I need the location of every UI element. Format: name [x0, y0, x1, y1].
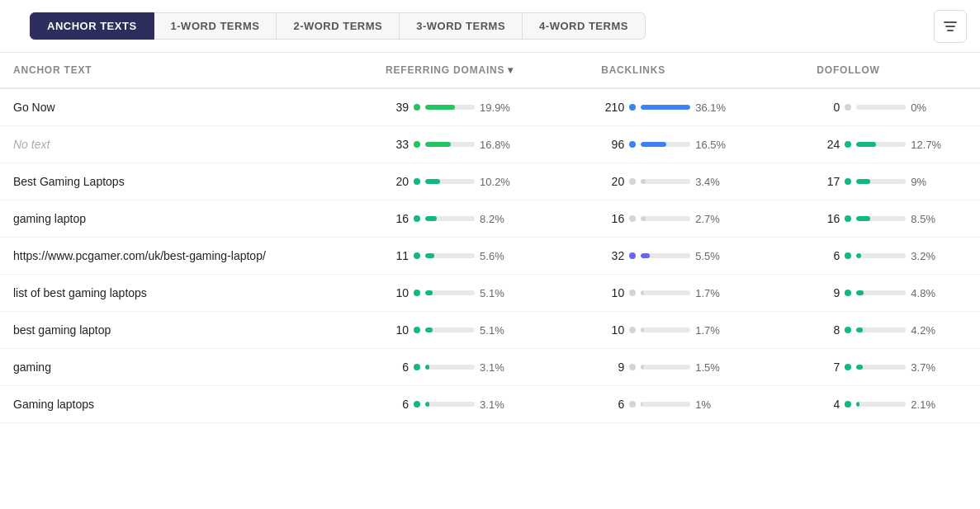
bar-fill — [856, 402, 859, 407]
bar-fill — [641, 179, 645, 184]
metric-number: 7 — [817, 361, 840, 374]
pct-label: 2.7% — [695, 213, 727, 225]
table-container: ANCHOR TEXTREFERRING DOMAINS▾BACKLINKSDO… — [0, 53, 980, 423]
metric-number: 20 — [601, 175, 624, 188]
bar-container — [856, 105, 906, 110]
metric-number: 39 — [386, 101, 409, 114]
col-header-referring[interactable]: REFERRING DOMAINS▾ — [372, 53, 588, 88]
metric-number: 0 — [817, 101, 840, 114]
pct-label: 10.2% — [480, 176, 511, 188]
pct-label: 3.7% — [911, 361, 942, 374]
bar-container — [425, 402, 475, 407]
metric-cell: 168.2% — [372, 200, 588, 238]
bar-container — [856, 216, 906, 221]
pct-label: 0% — [911, 101, 942, 114]
metric-cell: 3316.8% — [372, 126, 588, 163]
table-row: Best Gaming Laptops2010.2%203.4%179% — [0, 163, 980, 200]
bar-dot — [414, 290, 420, 296]
bar-fill — [641, 402, 642, 407]
bar-dot — [845, 364, 851, 370]
metric-cell: 63.1% — [372, 386, 588, 423]
bar-dot — [845, 252, 851, 259]
bar-container — [425, 365, 475, 370]
anchor-text-cell: gaming — [0, 349, 372, 386]
bar-container — [856, 179, 906, 184]
bar-dot — [845, 290, 851, 296]
bar-fill — [641, 365, 644, 370]
bar-container — [641, 253, 690, 258]
table-body: Go Now3919.9%21036.1%00%No text3316.8%96… — [0, 88, 980, 423]
bar-dot — [414, 252, 420, 259]
pct-label: 3.1% — [480, 398, 511, 411]
metric-cell: 00% — [803, 88, 980, 126]
anchor-texts-table: ANCHOR TEXTREFERRING DOMAINS▾BACKLINKSDO… — [0, 53, 980, 423]
filter-button[interactable] — [934, 10, 967, 43]
bar-fill — [425, 105, 455, 110]
bar-container — [425, 142, 475, 147]
bar-fill — [425, 253, 434, 258]
metric-number: 6 — [386, 398, 409, 411]
pct-label: 8.5% — [911, 213, 942, 225]
bar-fill — [425, 216, 437, 221]
anchor-text-cell: Go Now — [0, 88, 372, 126]
pct-label: 2.1% — [911, 398, 942, 411]
table-row: gaming laptop168.2%162.7%168.5% — [0, 200, 980, 238]
metric-number: 10 — [601, 286, 624, 299]
bar-container — [641, 216, 690, 221]
bar-dot — [629, 104, 636, 111]
tab-4-word[interactable]: 4-WORD TERMS — [523, 12, 646, 40]
bar-dot — [845, 327, 851, 333]
bar-dot — [414, 401, 420, 408]
bar-fill — [641, 142, 666, 147]
bar-fill — [425, 402, 429, 407]
pct-label: 3.2% — [911, 250, 942, 262]
table-header: ANCHOR TEXTREFERRING DOMAINS▾BACKLINKSDO… — [0, 53, 980, 88]
table-row: No text3316.8%9616.5%2412.7% — [0, 126, 980, 163]
pct-label: 8.2% — [480, 213, 511, 225]
bar-fill — [641, 105, 690, 110]
pct-label: 12.7% — [911, 139, 942, 151]
bar-container — [856, 290, 906, 295]
metric-number: 16 — [601, 212, 624, 225]
metric-cell: 168.5% — [803, 200, 980, 238]
metric-cell: 115.6% — [372, 238, 588, 275]
metric-cell: 63.1% — [372, 349, 588, 386]
pct-label: 3.1% — [480, 361, 511, 374]
table-row: Gaming laptops63.1%61%42.1% — [0, 386, 980, 423]
metric-cell: 42.1% — [803, 386, 980, 423]
bar-container — [641, 290, 690, 295]
bar-container — [641, 402, 690, 407]
anchor-text-cell: Best Gaming Laptops — [0, 163, 372, 200]
metric-cell: 91.5% — [588, 349, 803, 386]
metric-number: 24 — [817, 138, 840, 151]
metric-number: 10 — [386, 286, 409, 299]
anchor-text-cell: list of best gaming laptops — [0, 275, 372, 312]
tab-1-word[interactable]: 1-WORD TERMS — [154, 12, 277, 40]
metric-cell: 21036.1% — [588, 88, 803, 126]
bar-fill — [641, 216, 645, 221]
bar-dot — [414, 178, 420, 185]
pct-label: 1.7% — [695, 324, 727, 337]
pct-label: 4.2% — [911, 324, 942, 337]
bar-fill — [856, 365, 862, 370]
metric-cell: 179% — [803, 163, 980, 200]
metric-cell: 61% — [588, 386, 803, 423]
bar-fill — [856, 216, 869, 221]
pct-label: 1.5% — [695, 361, 727, 374]
pct-label: 9% — [911, 176, 942, 188]
tab-3-word[interactable]: 3-WORD TERMS — [400, 12, 523, 40]
metric-number: 20 — [386, 175, 409, 188]
tab-2-word[interactable]: 2-WORD TERMS — [277, 12, 400, 40]
metric-cell: 9616.5% — [588, 126, 803, 163]
bar-dot — [629, 401, 636, 408]
table-row: best gaming laptop105.1%101.7%84.2% — [0, 312, 980, 349]
bar-fill — [425, 365, 429, 370]
pct-label: 3.4% — [695, 176, 727, 188]
bar-container — [641, 142, 690, 147]
bar-dot — [629, 141, 636, 148]
tab-anchor-texts[interactable]: ANCHOR TEXTS — [30, 12, 154, 40]
pct-label: 16.8% — [480, 139, 511, 151]
bar-fill — [425, 142, 451, 147]
pct-label: 5.1% — [480, 324, 511, 337]
bar-dot — [414, 104, 420, 111]
